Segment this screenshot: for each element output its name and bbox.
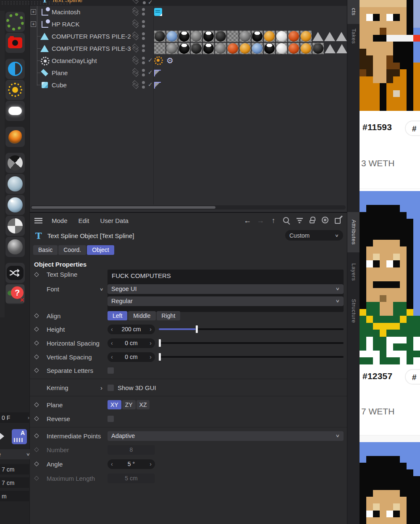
filter-icon[interactable] bbox=[295, 216, 304, 225]
height-slider[interactable] bbox=[159, 325, 344, 334]
layers-icon[interactable] bbox=[131, 20, 140, 28]
layers-icon[interactable] bbox=[131, 32, 140, 40]
decrement-arrow-icon[interactable]: ‹ bbox=[108, 461, 116, 467]
share-pill-button[interactable]: # bbox=[405, 369, 420, 385]
layers-icon[interactable] bbox=[131, 81, 140, 89]
gear-tag-icon[interactable]: ⚙ bbox=[166, 57, 173, 65]
key-diamond-icon[interactable] bbox=[34, 433, 39, 438]
panel-tab-structure[interactable]: Structure bbox=[347, 290, 360, 332]
vertical-spacing-value[interactable]: 0 cm bbox=[116, 354, 147, 360]
material-orange-icon[interactable] bbox=[239, 43, 251, 54]
frame-field[interactable]: 0 F › bbox=[0, 412, 32, 423]
panel-tab-takes[interactable]: Takes bbox=[347, 25, 360, 47]
material-dark-icon[interactable] bbox=[154, 31, 165, 42]
visibility-dots[interactable] bbox=[142, 32, 145, 40]
forward-arrow-icon[interactable]: → bbox=[256, 216, 265, 225]
phong-tag-icon[interactable] bbox=[324, 32, 335, 41]
material-glossy-icon[interactable] bbox=[264, 43, 275, 54]
explosion-material-button[interactable] bbox=[5, 127, 25, 147]
layers-icon[interactable] bbox=[131, 44, 140, 52]
phong-flag-icon[interactable] bbox=[154, 70, 161, 76]
material-gray-icon[interactable] bbox=[166, 43, 178, 54]
visibility-dots[interactable] bbox=[142, 8, 145, 16]
material-white-icon[interactable] bbox=[276, 43, 287, 54]
search-icon[interactable] bbox=[282, 216, 291, 225]
material-glossy-icon[interactable] bbox=[178, 31, 190, 42]
align-right-button[interactable]: Right bbox=[157, 311, 181, 320]
visibility-dot-icon[interactable] bbox=[143, 1, 146, 4]
panel-tab-cts[interactable]: cts bbox=[347, 0, 360, 24]
nft-id[interactable]: #12357 bbox=[362, 371, 392, 381]
object-label[interactable]: Cube bbox=[52, 81, 67, 89]
cube-object-icon[interactable] bbox=[42, 82, 48, 88]
menu-edit[interactable]: Edit bbox=[79, 217, 89, 224]
material-orange-icon[interactable] bbox=[300, 43, 312, 54]
expand-chevron-icon[interactable]: › bbox=[100, 384, 102, 391]
horizontal-spacing-stepper[interactable]: ‹ 0 cm › bbox=[108, 338, 155, 348]
daylight-tag-icon[interactable] bbox=[154, 56, 163, 65]
object-label[interactable]: COMPUTER PARTS PILE-3 bbox=[52, 45, 131, 52]
material-orange-icon[interactable] bbox=[264, 31, 275, 42]
expand-plus-icon[interactable]: + bbox=[31, 9, 36, 15]
key-diamond-icon[interactable] bbox=[34, 461, 39, 466]
object-label[interactable]: Plane bbox=[52, 69, 68, 76]
material-red-icon[interactable] bbox=[288, 31, 299, 42]
material-gray-icon[interactable] bbox=[191, 31, 202, 42]
inst-object-icon[interactable] bbox=[42, 21, 48, 28]
cutoff-dropdown[interactable]: e ∨ bbox=[0, 449, 34, 459]
preset-dropdown[interactable]: Custom ∨ bbox=[285, 230, 343, 241]
tab-basic[interactable]: Basic bbox=[33, 245, 58, 255]
missing-plugin-button[interactable]: ?✕ bbox=[5, 284, 25, 304]
visibility-dots[interactable] bbox=[142, 69, 145, 76]
back-arrow-icon[interactable]: ← bbox=[243, 216, 252, 225]
nft-pixel-art[interactable] bbox=[360, 191, 420, 364]
material-white-icon[interactable] bbox=[276, 31, 287, 42]
plane-zy-button[interactable]: ZY bbox=[122, 400, 136, 409]
intermediate-points-dropdown[interactable]: Adaptive ∨ bbox=[108, 431, 344, 441]
angle-value[interactable]: 5 ° bbox=[116, 461, 147, 467]
shuffle-button[interactable] bbox=[5, 263, 25, 283]
material-checker-icon[interactable] bbox=[154, 43, 165, 54]
object-label[interactable]: OctaneDayLight bbox=[52, 57, 97, 64]
enabled-check-icon[interactable]: ✓ bbox=[148, 81, 153, 88]
material-orange-icon[interactable] bbox=[300, 31, 312, 42]
material-red-icon[interactable] bbox=[288, 43, 299, 54]
collapse-chevron-icon[interactable]: ∨ bbox=[100, 287, 104, 291]
material-glossy-icon[interactable] bbox=[252, 31, 263, 42]
material-dark-icon[interactable] bbox=[215, 31, 226, 42]
size-value-x[interactable]: 7 cm bbox=[2, 466, 30, 473]
material-dark-icon[interactable] bbox=[312, 43, 324, 54]
lock-icon[interactable] bbox=[308, 216, 317, 225]
vertical-spacing-slider[interactable] bbox=[159, 352, 344, 362]
enabled-check-icon[interactable]: ✓ bbox=[148, 57, 153, 63]
material-dark-icon[interactable] bbox=[191, 43, 202, 54]
visibility-dots[interactable] bbox=[142, 81, 145, 89]
increment-arrow-icon[interactable]: › bbox=[146, 340, 155, 346]
angle-stepper[interactable]: ‹ 5 ° › bbox=[108, 459, 155, 469]
nft-id[interactable]: #11593 bbox=[362, 122, 392, 132]
height-value[interactable]: 200 cm bbox=[116, 326, 147, 333]
horizontal-spacing-slider[interactable] bbox=[159, 338, 344, 348]
poly-object-icon[interactable] bbox=[40, 45, 49, 52]
inst-object-icon[interactable] bbox=[42, 9, 48, 16]
speaker-icon[interactable] bbox=[0, 431, 4, 442]
object-label[interactable]: Macintosh bbox=[52, 8, 80, 16]
material-blue-icon[interactable] bbox=[166, 31, 178, 42]
poly-object-icon[interactable] bbox=[40, 33, 49, 40]
palette-grip-dots[interactable] bbox=[1, 1, 71, 5]
key-diamond-icon[interactable] bbox=[34, 272, 39, 277]
expand-plus-icon[interactable]: + bbox=[31, 21, 36, 27]
material-blue-icon[interactable] bbox=[252, 43, 263, 54]
menu-mode[interactable]: Mode bbox=[52, 217, 68, 224]
key-diamond-icon[interactable] bbox=[34, 313, 39, 318]
align-left-button[interactable]: Left bbox=[108, 311, 127, 320]
visibility-dots[interactable] bbox=[142, 20, 145, 28]
increment-arrow-icon[interactable]: › bbox=[146, 354, 155, 360]
object-row-computer-parts-pile-2[interactable]: COMPUTER PARTS PILE-2 bbox=[30, 30, 347, 42]
visibility-dots[interactable] bbox=[142, 57, 145, 64]
object-row-macintosh[interactable]: +Macintosh bbox=[30, 6, 347, 18]
show-3d-gui-checkbox[interactable] bbox=[108, 385, 114, 391]
nft-pixel-art[interactable] bbox=[360, 442, 420, 524]
decrement-arrow-icon[interactable]: ‹ bbox=[108, 340, 116, 346]
tab-coord[interactable]: Coord. bbox=[58, 245, 86, 255]
